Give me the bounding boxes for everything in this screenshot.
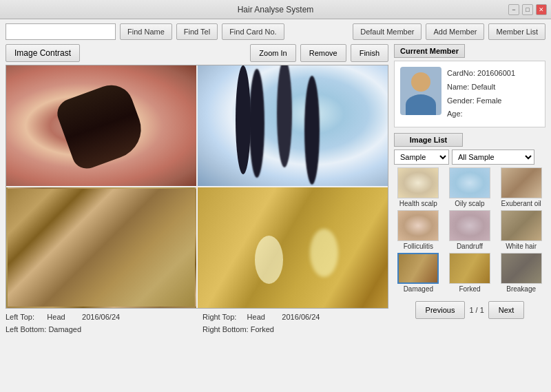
app-title: Hair Analyse System — [238, 5, 314, 14]
top-toolbar: Find Name Find Tel Find Card No. Default… — [6, 23, 545, 40]
image-grid — [6, 65, 388, 309]
caption-left: Left Top: Head 2016/06/24 Left Bottom: D… — [6, 311, 191, 336]
thumb-damaged[interactable]: Damaged — [394, 253, 443, 293]
thumb-health-scalp[interactable]: Health scalp — [394, 167, 443, 207]
member-gender: Gender: Female — [447, 94, 515, 108]
search-input[interactable] — [6, 23, 116, 40]
image-toolbar: Image Contrast Zoom In Remove Finish — [6, 44, 388, 62]
thumb-forked-label: Forked — [459, 285, 480, 293]
remove-button[interactable]: Remove — [300, 44, 346, 62]
thumb-exuberant-oil-img — [501, 167, 542, 198]
thumb-oily-scalp-label: Oily scalp — [455, 200, 484, 207]
image-bottom-left[interactable] — [6, 187, 196, 308]
image-list-label: Image List — [394, 133, 463, 147]
previous-button[interactable]: Previous — [415, 301, 466, 319]
thumbnail-grid: Health scalp Oily scalp Exuberant oil — [394, 167, 545, 293]
thumb-forked[interactable]: Forked — [446, 253, 495, 293]
caption-right: Right Top: Head 2016/06/24 Right Bottom:… — [202, 311, 388, 336]
pagination: Previous 1 / 1 Next — [394, 301, 545, 319]
avatar-head — [411, 72, 430, 92]
thumb-folliculitis[interactable]: Folliculitis — [394, 210, 443, 250]
caption-left-top-value: Head — [47, 313, 65, 321]
thumb-dandruff[interactable]: Dandruff — [446, 210, 495, 250]
sample-dropdown[interactable]: Sample Custom — [394, 149, 449, 165]
caption-right-bottom-label: Right Bottom: — [202, 325, 249, 333]
finish-button[interactable]: Finish — [351, 44, 388, 62]
window-controls: − □ ✕ — [508, 4, 547, 15]
caption-right-top-label: Right Top: — [202, 313, 236, 321]
image-captions: Left Top: Head 2016/06/24 Left Bottom: D… — [6, 311, 388, 336]
caption-right-top: Right Top: Head 2016/06/24 — [202, 311, 388, 324]
current-member-section: Current Member CardNo: 201606001 Name: D… — [394, 44, 545, 127]
all-sample-dropdown[interactable]: All Sample Health scalp Oily scalp Exube… — [452, 149, 534, 165]
zoom-in-button[interactable]: Zoom In — [250, 44, 295, 62]
thumb-white-hair-img — [501, 210, 542, 241]
member-info: CardNo: 201606001 Name: Default Gender: … — [447, 67, 515, 121]
thumb-exuberant-oil-label: Exuberant oil — [501, 200, 541, 207]
find-name-button[interactable]: Find Name — [120, 23, 172, 40]
minimize-button[interactable]: − — [508, 4, 519, 15]
right-panel: Current Member CardNo: 201606001 Name: D… — [394, 44, 545, 336]
find-tel-button[interactable]: Find Tel — [176, 23, 218, 40]
caption-right-top-date: 2016/06/24 — [282, 313, 320, 321]
thumb-health-scalp-img — [397, 167, 439, 198]
member-card: CardNo: 201606001 Name: Default Gender: … — [394, 61, 545, 127]
member-card-no: CardNo: 201606001 — [447, 67, 515, 81]
member-name: Name: Default — [447, 81, 515, 94]
default-member-button[interactable]: Default Member — [353, 23, 422, 40]
caption-right-top-value: Head — [247, 313, 265, 321]
thumb-folliculitis-label: Folliculitis — [404, 243, 433, 250]
caption-left-top: Left Top: Head 2016/06/24 — [6, 311, 191, 324]
left-panel: Image Contrast Zoom In Remove Finish Lef… — [6, 44, 388, 336]
current-member-label: Current Member — [394, 44, 465, 58]
caption-left-top-label: Left Top: — [6, 313, 34, 321]
member-list-button[interactable]: Member List — [488, 23, 545, 40]
thumb-forked-img — [449, 253, 490, 284]
caption-left-bottom-label: Left Bottom: — [6, 325, 46, 333]
add-member-button[interactable]: Add Member — [426, 23, 484, 40]
title-bar: Hair Analyse System − □ ✕ — [0, 0, 551, 19]
thumb-damaged-label: Damaged — [404, 285, 433, 293]
thumb-folliculitis-img — [397, 210, 439, 241]
next-button[interactable]: Next — [488, 301, 525, 319]
thumb-oily-scalp-img — [449, 167, 490, 198]
close-button[interactable]: ✕ — [536, 4, 547, 15]
thumb-damaged-img — [397, 253, 439, 284]
image-top-right[interactable] — [198, 65, 388, 186]
avatar-body — [406, 94, 436, 115]
image-list-section: Image List Sample Custom All Sample Heal… — [394, 133, 545, 293]
thumb-breakage-img — [501, 253, 542, 284]
restore-button[interactable]: □ — [522, 4, 533, 15]
thumb-dandruff-img — [449, 210, 490, 241]
caption-left-bottom-value: Damaged — [48, 325, 81, 333]
thumb-breakage[interactable]: Breakage — [497, 253, 545, 293]
caption-left-bottom: Left Bottom: Damaged — [6, 324, 191, 336]
main-content: Find Name Find Tel Find Card No. Default… — [0, 19, 551, 340]
caption-right-bottom-value: Forked — [251, 325, 274, 333]
member-age: Age: — [447, 107, 515, 121]
thumb-oily-scalp[interactable]: Oily scalp — [446, 167, 495, 207]
image-contrast-button[interactable]: Image Contrast — [6, 44, 80, 62]
find-card-no-button[interactable]: Find Card No. — [222, 23, 284, 40]
image-bottom-right[interactable] — [198, 187, 388, 308]
thumb-dandruff-label: Dandruff — [457, 243, 483, 250]
thumb-white-hair[interactable]: White hair — [497, 210, 545, 250]
page-info: 1 / 1 — [469, 306, 484, 314]
thumb-white-hair-label: White hair — [506, 243, 537, 250]
thumb-health-scalp-label: Health scalp — [399, 200, 437, 207]
thumb-exuberant-oil[interactable]: Exuberant oil — [497, 167, 545, 207]
avatar — [400, 67, 441, 115]
image-top-left[interactable] — [6, 65, 196, 186]
caption-right-bottom: Right Bottom: Forked — [202, 324, 388, 336]
content-area: Image Contrast Zoom In Remove Finish Lef… — [6, 44, 545, 336]
thumb-breakage-label: Breakage — [506, 285, 536, 293]
image-list-controls: Sample Custom All Sample Health scalp Oi… — [394, 149, 545, 165]
caption-left-top-date: 2016/06/24 — [82, 313, 120, 321]
